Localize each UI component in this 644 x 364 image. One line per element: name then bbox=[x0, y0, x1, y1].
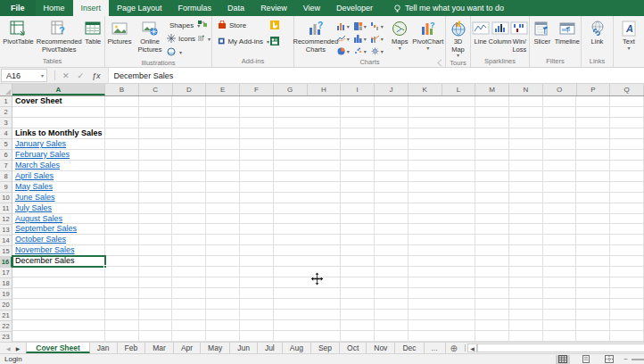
cell-A13[interactable]: September Sales bbox=[12, 224, 105, 235]
column-header-A[interactable]: A bbox=[12, 84, 105, 95]
column-header-O[interactable]: O bbox=[543, 84, 577, 95]
page-layout-view-button[interactable] bbox=[579, 355, 593, 364]
row-header-23[interactable]: 23 bbox=[0, 332, 12, 342]
row-header-15[interactable]: 15 bbox=[0, 246, 12, 257]
add-sheet-icon[interactable]: ⊕ bbox=[446, 343, 462, 353]
hierarchy-chart-button[interactable] bbox=[354, 20, 371, 32]
row-header-14[interactable]: 14 bbox=[0, 236, 12, 246]
page-break-view-button[interactable] bbox=[602, 355, 616, 364]
recommended-pivottables-button[interactable]: ? Recommended PivotTables bbox=[37, 18, 82, 54]
bing-maps-button[interactable] bbox=[270, 19, 283, 31]
cell-A7[interactable]: March Sales bbox=[12, 161, 105, 171]
cancel-icon[interactable]: ✕ bbox=[62, 71, 70, 80]
row-header-11[interactable]: 11 bbox=[0, 203, 12, 214]
row-header-18[interactable]: 18 bbox=[0, 278, 12, 289]
histogram-chart-button[interactable] bbox=[354, 32, 371, 45]
insert-function-icon[interactable]: ƒx bbox=[92, 71, 101, 80]
sparkline-line-button[interactable]: Line bbox=[472, 18, 489, 47]
row-header-7[interactable]: 7 bbox=[0, 161, 12, 171]
enter-icon[interactable]: ✓ bbox=[78, 71, 85, 80]
sheet-tab-feb[interactable]: Feb bbox=[118, 343, 146, 353]
ribbon-tab-view[interactable]: View bbox=[295, 0, 328, 16]
row-header-16[interactable]: 16 bbox=[0, 257, 12, 268]
radar-chart-button[interactable] bbox=[371, 45, 388, 57]
icons-button[interactable]: Icons bbox=[167, 32, 197, 45]
row-header-17[interactable]: 17 bbox=[0, 268, 12, 278]
ribbon-tab-home[interactable]: Home bbox=[36, 0, 73, 16]
zoom-out-icon[interactable]: − bbox=[623, 355, 628, 363]
row-header-6[interactable]: 6 bbox=[0, 150, 12, 161]
timeline-button[interactable]: Timeline bbox=[555, 18, 580, 47]
slicer-button[interactable]: Slicer bbox=[531, 18, 554, 47]
column-header-B[interactable]: B bbox=[105, 84, 139, 95]
hscroll-left-icon[interactable]: ◀ bbox=[467, 343, 477, 352]
smartart-button[interactable] bbox=[198, 19, 211, 31]
name-box[interactable]: A16 ▾ bbox=[1, 69, 47, 82]
ribbon-tab-file[interactable]: File bbox=[0, 0, 36, 16]
ribbon-tab-data[interactable]: Data bbox=[219, 0, 252, 16]
screenshot-button[interactable] bbox=[198, 32, 211, 45]
ribbon-tab-page-layout[interactable]: Page Layout bbox=[109, 0, 170, 16]
column-header-C[interactable]: C bbox=[139, 84, 173, 95]
worksheet-grid[interactable]: Cover SheetLinks to Monthly SalesJanuary… bbox=[0, 96, 644, 342]
row-header-3[interactable]: 3 bbox=[0, 118, 12, 128]
column-header-H[interactable]: H bbox=[308, 84, 342, 95]
store-button[interactable]: Store bbox=[218, 19, 269, 31]
row-header-21[interactable]: 21 bbox=[0, 310, 12, 321]
cell-A12[interactable]: August Sales bbox=[12, 214, 105, 225]
column-header-G[interactable]: G bbox=[274, 84, 308, 95]
zoom-slider[interactable] bbox=[632, 359, 644, 360]
text-button[interactable]: A Text bbox=[616, 18, 641, 51]
column-header-M[interactable]: M bbox=[475, 84, 509, 95]
column-header-L[interactable]: L bbox=[442, 84, 476, 95]
cell-A14[interactable]: October Sales bbox=[12, 235, 105, 245]
sparkline-column-button[interactable]: Column bbox=[490, 18, 509, 47]
sheet-nav-left-icon[interactable]: ◀ bbox=[6, 345, 11, 352]
pictures-button[interactable]: Pictures bbox=[106, 18, 133, 47]
cell-A10[interactable]: June Sales bbox=[12, 193, 105, 203]
sheet-tab-nov[interactable]: Nov bbox=[367, 343, 395, 353]
ribbon-tab-developer[interactable]: Developer bbox=[328, 0, 381, 16]
shapes-button[interactable]: Shapes bbox=[167, 19, 197, 31]
row-header-10[interactable]: 10 bbox=[0, 193, 12, 203]
column-header-D[interactable]: D bbox=[173, 84, 207, 95]
sheet-tab-jul[interactable]: Jul bbox=[258, 343, 283, 353]
column-header-N[interactable]: N bbox=[509, 84, 543, 95]
name-box-dropdown-icon[interactable]: ▾ bbox=[41, 72, 46, 79]
3d-models-button[interactable] bbox=[167, 46, 197, 58]
cell-A11[interactable]: July Sales bbox=[12, 203, 105, 214]
cell-A4[interactable]: Links to Monthly Sales bbox=[12, 128, 105, 139]
ribbon-tab-formulas[interactable]: Formulas bbox=[170, 0, 220, 16]
sheet-tab-jun[interactable]: Jun bbox=[230, 343, 258, 353]
recommended-charts-button[interactable]: ? Recommended Charts bbox=[295, 18, 336, 54]
sheet-tab-oct[interactable]: Oct bbox=[340, 343, 367, 353]
maps-button[interactable]: Maps bbox=[389, 18, 411, 51]
line-chart-button[interactable] bbox=[337, 32, 354, 45]
table-button[interactable]: Table bbox=[83, 18, 103, 47]
row-header-9[interactable]: 9 bbox=[0, 182, 12, 193]
row-header-22[interactable]: 22 bbox=[0, 321, 12, 332]
column-header-J[interactable]: J bbox=[375, 84, 409, 95]
fill-handle[interactable] bbox=[103, 265, 107, 269]
waterfall-chart-button[interactable] bbox=[371, 20, 388, 32]
scatter-chart-button[interactable] bbox=[354, 45, 371, 57]
row-header-13[interactable]: 13 bbox=[0, 225, 12, 236]
row-header-2[interactable]: 2 bbox=[0, 107, 12, 118]
horizontal-scrollbar[interactable]: ◀ bbox=[466, 343, 644, 353]
column-header-P[interactable]: P bbox=[577, 84, 611, 95]
column-header-E[interactable]: E bbox=[206, 84, 240, 95]
row-header-4[interactable]: 4 bbox=[0, 128, 12, 139]
tell-me-box[interactable]: Tell me what you want to do bbox=[393, 0, 504, 16]
row-header-5[interactable]: 5 bbox=[0, 139, 12, 150]
column-header-F[interactable]: F bbox=[240, 84, 274, 95]
row-header-12[interactable]: 12 bbox=[0, 214, 12, 225]
sheet-tab-aug[interactable]: Aug bbox=[283, 343, 311, 353]
sheet-tab-dec[interactable]: Dec bbox=[395, 343, 424, 353]
sheet-tabs-overflow[interactable]: ... bbox=[425, 343, 446, 353]
sheet-tab-mar[interactable]: Mar bbox=[145, 343, 174, 353]
ribbon-tab-review[interactable]: Review bbox=[252, 0, 295, 16]
combo-chart-button[interactable] bbox=[371, 32, 388, 45]
hscroll-track[interactable] bbox=[477, 343, 644, 352]
my-addins-button[interactable]: My Add-ins bbox=[218, 35, 269, 47]
column-header-I[interactable]: I bbox=[341, 84, 375, 95]
